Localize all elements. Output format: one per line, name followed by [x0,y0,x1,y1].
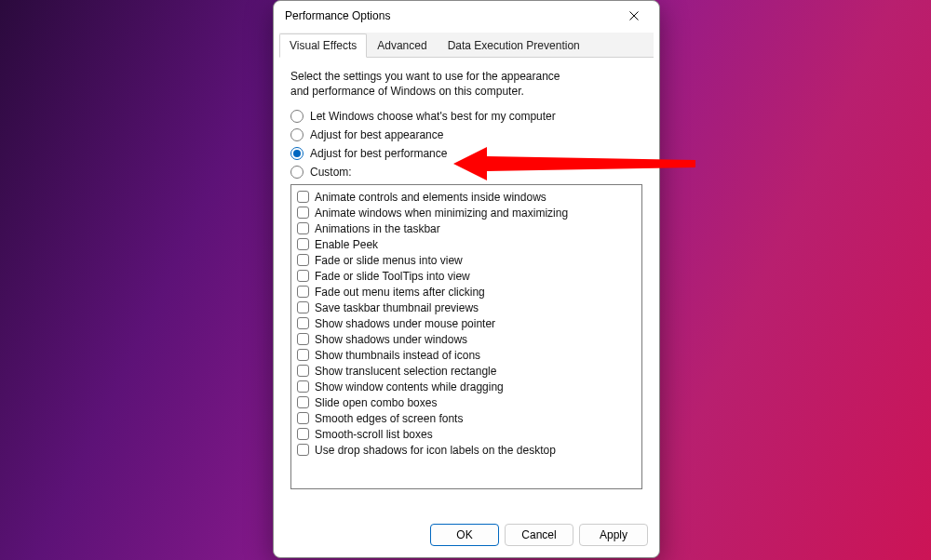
checkbox-icon [297,222,309,234]
radio-icon [290,128,304,141]
dialog-footer: OK Cancel Apply [274,514,659,557]
checklist-item-label: Fade or slide ToolTips into view [315,270,470,283]
checklist-item-label: Show shadows under windows [315,333,467,346]
radio-label: Adjust for best appearance [310,128,443,141]
checkbox-icon [297,380,309,393]
checklist-item-label: Enable Peek [315,238,378,251]
checklist-item[interactable]: Slide open combo boxes [297,394,636,410]
apply-button[interactable]: Apply [579,524,648,546]
checkbox-icon [297,365,309,377]
tab-content: Select the settings you want to use for … [274,58,659,514]
checkbox-icon [297,301,309,313]
ok-button[interactable]: OK [430,524,499,546]
checkbox-icon [297,254,309,266]
checklist-item[interactable]: Show translucent selection rectangle [297,363,636,379]
radio-group: Let Windows choose what's best for my co… [290,110,642,179]
checklist-item[interactable]: Use drop shadows for icon labels on the … [297,442,636,458]
tab-advanced[interactable]: Advanced [367,33,437,58]
radio-icon [290,166,304,179]
checkbox-icon [297,191,309,203]
checklist-item-label: Use drop shadows for icon labels on the … [315,444,556,457]
radio-custom[interactable]: Custom: [290,166,642,179]
checklist-item[interactable]: Fade or slide menus into view [297,252,636,268]
checklist-item[interactable]: Fade out menu items after clicking [297,284,636,300]
checklist-item[interactable]: Animate windows when minimizing and maxi… [297,205,636,220]
checklist-item[interactable]: Show thumbnails instead of icons [297,347,636,363]
checklist-item-label: Slide open combo boxes [315,396,437,409]
checkbox-icon [297,317,309,329]
checkbox-icon [297,396,309,408]
radio-label: Let Windows choose what's best for my co… [310,110,556,123]
checkbox-icon [297,238,309,250]
radio-best-performance[interactable]: Adjust for best performance [290,147,642,160]
titlebar: Performance Options [274,1,659,31]
checklist-item-label: Smooth-scroll list boxes [315,428,433,441]
checkbox-icon [297,207,309,219]
checklist-item[interactable]: Animations in the taskbar [297,220,636,236]
checkbox-icon [297,333,309,345]
checklist-item-label: Fade or slide menus into view [315,254,463,267]
radio-icon [290,147,304,160]
checklist-item-label: Show thumbnails instead of icons [315,349,480,362]
checkbox-icon [297,286,309,298]
checklist-item-label: Show shadows under mouse pointer [315,317,495,330]
radio-label: Adjust for best performance [310,147,447,160]
checklist-item[interactable]: Fade or slide ToolTips into view [297,268,636,284]
checklist-item[interactable]: Show shadows under mouse pointer [297,315,636,331]
checklist-item[interactable]: Save taskbar thumbnail previews [297,300,636,315]
tab-visual-effects[interactable]: Visual Effects [279,33,367,58]
checklist-item[interactable]: Smooth-scroll list boxes [297,426,636,442]
window-title: Performance Options [285,9,614,22]
visual-effects-checklist[interactable]: Animate controls and elements inside win… [290,184,642,489]
checklist-item-label: Show translucent selection rectangle [315,365,496,378]
checkbox-icon [297,270,309,282]
checkbox-icon [297,428,309,440]
radio-label: Custom: [310,166,352,179]
checklist-item-label: Smooth edges of screen fonts [315,412,463,425]
tab-bar: Visual Effects Advanced Data Execution P… [279,33,654,58]
checklist-item[interactable]: Enable Peek [297,236,636,252]
checklist-item[interactable]: Smooth edges of screen fonts [297,410,636,426]
checklist-item-label: Animations in the taskbar [315,222,440,235]
checklist-item-label: Fade out menu items after clicking [315,286,485,299]
checklist-item-label: Animate controls and elements inside win… [315,191,546,204]
checklist-item-label: Save taskbar thumbnail previews [315,301,479,314]
checklist-item[interactable]: Show shadows under windows [297,331,636,347]
radio-let-windows-choose[interactable]: Let Windows choose what's best for my co… [290,110,642,123]
cancel-button[interactable]: Cancel [505,524,573,546]
checkbox-icon [297,349,309,361]
close-icon [629,11,639,20]
radio-best-appearance[interactable]: Adjust for best appearance [290,128,642,141]
close-button[interactable] [614,3,654,29]
checkbox-icon [297,412,309,424]
performance-options-dialog: Performance Options Visual Effects Advan… [273,0,660,558]
checklist-item[interactable]: Animate controls and elements inside win… [297,189,636,205]
checkbox-icon [297,444,309,456]
checklist-item[interactable]: Show window contents while dragging [297,379,636,394]
radio-icon [290,110,304,123]
tab-dep[interactable]: Data Execution Prevention [438,33,590,58]
checklist-item-label: Animate windows when minimizing and maxi… [315,207,568,220]
description-text: Select the settings you want to use for … [290,69,570,99]
checklist-item-label: Show window contents while dragging [315,380,504,393]
